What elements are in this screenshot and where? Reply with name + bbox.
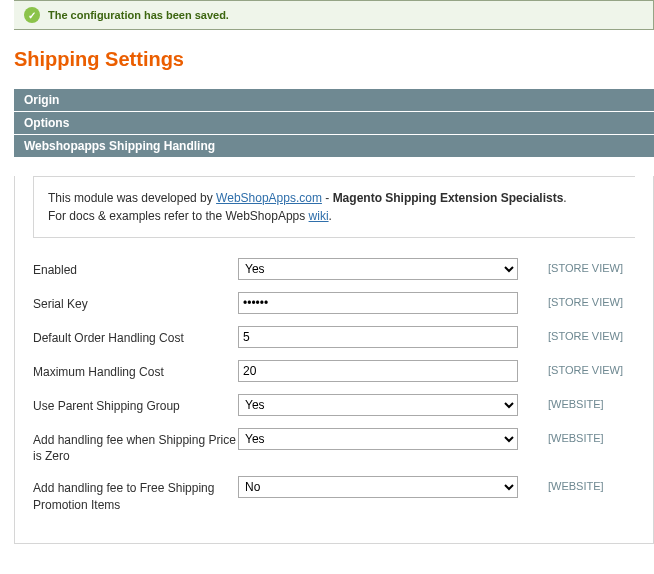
scope-serial-key: [STORE VIEW] <box>548 292 623 308</box>
label-enabled: Enabled <box>33 258 238 278</box>
row-enabled: Enabled Yes [STORE VIEW] <box>33 258 635 280</box>
label-fee-free-promo: Add handling fee to Free Shipping Promot… <box>33 476 238 512</box>
success-message-text: The configuration has been saved. <box>48 9 229 21</box>
fee-free-promo-select[interactable]: No <box>238 476 518 498</box>
row-serial-key: Serial Key [STORE VIEW] <box>33 292 635 314</box>
scope-fee-zero: [WEBSITE] <box>548 428 604 444</box>
serial-key-input[interactable] <box>238 292 518 314</box>
section-wsa-header[interactable]: Webshopapps Shipping Handling <box>14 135 654 158</box>
info-line2a: For docs & examples refer to the WebShop… <box>48 209 309 223</box>
use-parent-select[interactable]: Yes <box>238 394 518 416</box>
label-max-handling: Maximum Handling Cost <box>33 360 238 380</box>
section-options-label: Options <box>24 116 69 130</box>
info-bold: Magento Shipping Extension Specialists <box>333 191 564 205</box>
section-origin-label: Origin <box>24 93 59 107</box>
webshopapps-link[interactable]: WebShopApps.com <box>216 191 322 205</box>
section-wsa-label: Webshopapps Shipping Handling <box>24 139 215 153</box>
info-mid: - <box>325 191 332 205</box>
scope-fee-free-promo: [WEBSITE] <box>548 476 604 492</box>
wiki-link[interactable]: wiki <box>309 209 329 223</box>
module-info-box: This module was developed by WebShopApps… <box>33 176 635 238</box>
scope-use-parent: [WEBSITE] <box>548 394 604 410</box>
fee-zero-select[interactable]: Yes <box>238 428 518 450</box>
scope-default-handling: [STORE VIEW] <box>548 326 623 342</box>
row-fee-free-promo: Add handling fee to Free Shipping Promot… <box>33 476 635 512</box>
label-fee-zero: Add handling fee when Shipping Price is … <box>33 428 238 464</box>
scope-enabled: [STORE VIEW] <box>548 258 623 274</box>
label-default-handling: Default Order Handling Cost <box>33 326 238 346</box>
row-fee-zero: Add handling fee when Shipping Price is … <box>33 428 635 464</box>
success-check-icon: ✓ <box>24 7 40 23</box>
page-title: Shipping Settings <box>14 48 654 71</box>
section-options-header[interactable]: Options <box>14 112 654 135</box>
info-suffix1: . <box>563 191 566 205</box>
max-handling-input[interactable] <box>238 360 518 382</box>
row-max-handling: Maximum Handling Cost [STORE VIEW] <box>33 360 635 382</box>
section-wsa-body: This module was developed by WebShopApps… <box>14 176 654 544</box>
label-serial-key: Serial Key <box>33 292 238 312</box>
row-use-parent: Use Parent Shipping Group Yes [WEBSITE] <box>33 394 635 416</box>
info-suffix2: . <box>329 209 332 223</box>
info-prefix: This module was developed by <box>48 191 216 205</box>
success-message: ✓ The configuration has been saved. <box>14 0 654 30</box>
section-origin-header[interactable]: Origin <box>14 89 654 112</box>
enabled-select[interactable]: Yes <box>238 258 518 280</box>
row-default-handling: Default Order Handling Cost [STORE VIEW] <box>33 326 635 348</box>
default-handling-input[interactable] <box>238 326 518 348</box>
form-list: Enabled Yes [STORE VIEW] Serial Key [STO… <box>15 258 653 513</box>
label-use-parent: Use Parent Shipping Group <box>33 394 238 414</box>
scope-max-handling: [STORE VIEW] <box>548 360 623 376</box>
